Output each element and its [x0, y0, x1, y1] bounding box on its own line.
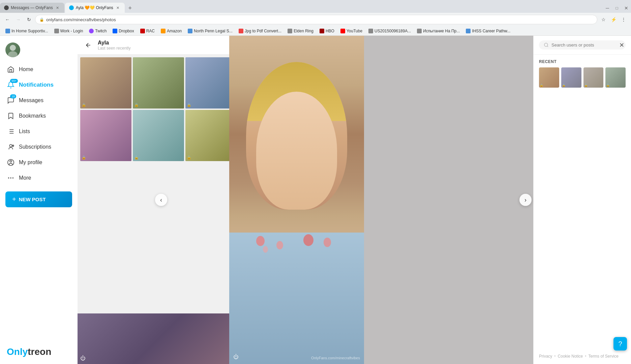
- window-maximize[interactable]: □: [612, 3, 622, 13]
- bookmark-label-14: IHSS Career Pathw...: [472, 29, 510, 33]
- window-minimize[interactable]: ─: [603, 3, 612, 13]
- recent-thumb-1[interactable]: 🔒: [539, 67, 559, 88]
- photo-thumb-4[interactable]: 🔒: [80, 110, 131, 161]
- bookmark-label-13: Испытание На Пр...: [423, 29, 460, 33]
- footer-link-tos[interactable]: Terms of Service: [588, 354, 618, 359]
- bookmark-north-penn[interactable]: North Penn Legal S...: [185, 28, 235, 34]
- svg-line-16: [547, 46, 548, 47]
- sidebar-label-more: More: [19, 175, 31, 181]
- new-tab-button[interactable]: +: [125, 3, 135, 13]
- bookmark-jpg-pdf[interactable]: Jpg to Pdf Convert...: [236, 28, 284, 34]
- sidebar-label-subscriptions: Subscriptions: [19, 144, 51, 150]
- recent-thumb-2[interactable]: 🔒: [561, 67, 581, 88]
- bookmark-label-5: RAC: [146, 29, 155, 33]
- sidebar-item-bookmarks[interactable]: Bookmarks: [0, 109, 78, 123]
- forward-button[interactable]: →: [13, 15, 23, 24]
- bookmark-ispytanie[interactable]: Испытание На Пр...: [414, 28, 462, 34]
- bookmark-icon-3: [89, 29, 94, 33]
- address-bar[interactable]: 🔒 onlyfans.com/minecraftvibes/photos: [35, 15, 597, 24]
- sidebar-item-notifications[interactable]: 99+ Notifications: [0, 78, 78, 92]
- bookmarks-bar: In Home Supportiv... Work - Login Twitch…: [0, 26, 631, 36]
- photo-display: OnlyFans.com/minecraftvibes ⏻: [229, 36, 364, 364]
- tab-close-1[interactable]: ✕: [55, 5, 60, 10]
- subscriptions-icon: [7, 143, 15, 151]
- bookmark-icon-9: [288, 29, 292, 33]
- tab-ayla[interactable]: Ayla 🧡💛 OnlyFans ✕: [65, 3, 125, 13]
- lock-icon-1: 🔒: [82, 103, 86, 107]
- lock-icon-6: 🔒: [187, 155, 191, 160]
- recent-lock-1: 🔒: [540, 84, 543, 87]
- bookmark-icon-10: [320, 29, 324, 33]
- extensions-button[interactable]: ⚡: [609, 15, 618, 24]
- profile-name: Ayla: [98, 40, 130, 46]
- bookmark-youtube[interactable]: YouTube: [338, 28, 365, 34]
- nav-icons: ☆ ⚡ ⋮: [599, 15, 628, 24]
- footer-link-privacy[interactable]: Privacy: [539, 354, 552, 359]
- back-button-profile[interactable]: [83, 40, 94, 51]
- svg-point-13: [13, 178, 13, 178]
- new-post-label: NEW POST: [19, 196, 46, 202]
- bookmark-icon-14: [466, 29, 471, 33]
- sidebar-item-myprofile[interactable]: My profile: [0, 155, 78, 170]
- search-input[interactable]: [551, 42, 621, 48]
- bookmark-label-8: Jpg to Pdf Convert...: [245, 29, 281, 33]
- reload-button[interactable]: ↻: [24, 15, 34, 24]
- tab-title-2: Ayla 🧡💛 OnlyFans: [76, 5, 113, 10]
- back-button[interactable]: ←: [3, 15, 12, 24]
- sidebar-label-notifications: Notifications: [19, 82, 54, 88]
- profile-icon: [7, 158, 15, 166]
- svg-point-15: [544, 43, 548, 47]
- nav-arrow-right[interactable]: ›: [519, 194, 532, 206]
- bookmark-label-1: In Home Supportiv...: [11, 29, 48, 33]
- bookmark-amazon[interactable]: Amazon: [158, 28, 184, 34]
- bookmark-in-home[interactable]: In Home Supportiv...: [3, 28, 51, 34]
- photo-thumb-2[interactable]: 🔒: [133, 57, 184, 109]
- new-post-button[interactable]: + NEW POST: [5, 191, 72, 207]
- bookmark-star-button[interactable]: ☆: [599, 15, 608, 24]
- main-content: Ayla Last seen recently 🔒 🔒 🔒: [78, 36, 631, 364]
- sidebar-item-home[interactable]: Home: [0, 62, 78, 77]
- sidebar-label-lists: Lists: [19, 128, 30, 134]
- bookmark-hbo[interactable]: HBO: [317, 28, 337, 34]
- sidebar-label-bookmarks: Bookmarks: [19, 113, 46, 119]
- avatar[interactable]: [5, 42, 20, 57]
- power-button[interactable]: ⏻: [233, 354, 239, 360]
- footer-link-cookie[interactable]: Cookie Notice: [558, 354, 583, 359]
- bookmark-work-login[interactable]: Work - Login: [52, 28, 86, 34]
- sidebar-item-lists[interactable]: Lists: [0, 124, 78, 139]
- nav-bar: ← → ↻ 🔒 onlyfans.com/minecraftvibes/phot…: [0, 13, 631, 26]
- browser-menu-button[interactable]: ⋮: [619, 15, 628, 24]
- svg-point-8: [9, 145, 12, 147]
- lock-icon: 🔒: [39, 18, 44, 22]
- svg-point-11: [10, 160, 12, 162]
- window-close[interactable]: ✕: [622, 3, 631, 13]
- sidebar-item-subscriptions[interactable]: Subscriptions: [0, 140, 78, 154]
- sidebar-item-messages[interactable]: 18 Messages: [0, 93, 78, 108]
- tab-favicon-2: [69, 5, 74, 10]
- bookmark-twitch[interactable]: Twitch: [86, 28, 109, 34]
- home-icon: [7, 65, 15, 73]
- sidebar-label-myprofile: My profile: [19, 159, 42, 165]
- close-button[interactable]: ✕: [617, 40, 626, 50]
- message-icon: 18: [7, 96, 15, 104]
- bookmark-elden-ring[interactable]: Elden Ring: [285, 28, 316, 34]
- photo-thumb-5[interactable]: 🔒: [133, 110, 184, 161]
- recent-lock-3: 🔒: [584, 84, 588, 87]
- tab-messages[interactable]: Messages — OnlyFans ✕: [0, 3, 64, 13]
- bookmark-icon-7: [188, 29, 192, 33]
- more-icon: [7, 174, 15, 182]
- bookmark-dropbox[interactable]: Dropbox: [110, 28, 137, 34]
- bookmark-ihss[interactable]: IHSS Career Pathw...: [463, 28, 513, 34]
- recent-section: RECENT 🔒 🔒 🔒: [534, 55, 631, 92]
- tab-close-2[interactable]: ✕: [115, 5, 121, 10]
- recent-thumb-4[interactable]: 🔒: [605, 67, 626, 88]
- bookmark-icon-11: [340, 29, 345, 33]
- help-button[interactable]: ?: [613, 337, 627, 351]
- sidebar-item-more[interactable]: More: [0, 171, 78, 185]
- bookmark-us[interactable]: US20150096189A...: [366, 28, 414, 34]
- nav-arrow-left[interactable]: ‹: [155, 194, 167, 206]
- recent-thumb-3[interactable]: 🔒: [583, 67, 604, 88]
- bookmark-icon-1: [5, 29, 10, 33]
- photo-thumb-1[interactable]: 🔒: [80, 57, 131, 109]
- bookmark-rac[interactable]: RAC: [138, 28, 157, 34]
